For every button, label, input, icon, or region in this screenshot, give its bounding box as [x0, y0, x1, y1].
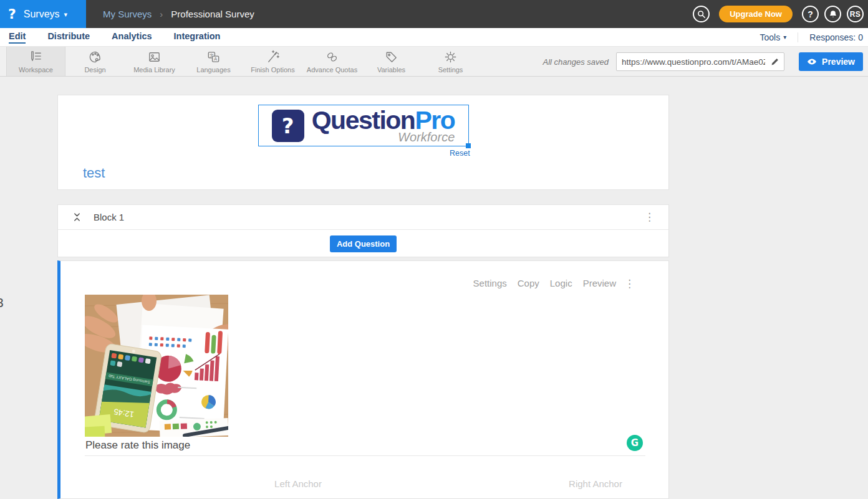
question-number: 3: [0, 295, 4, 310]
responses-count: 0: [858, 32, 863, 42]
tools-dropdown[interactable]: Tools ▾: [760, 32, 799, 42]
question-text[interactable]: Please rate this image: [85, 439, 190, 452]
pencil-icon: [771, 57, 779, 66]
question-preview-link[interactable]: Preview: [583, 278, 616, 288]
survey-title-text[interactable]: test: [83, 165, 105, 181]
media-library-icon: [147, 49, 162, 65]
tab-distribute[interactable]: Distribute: [47, 31, 90, 44]
right-anchor-field[interactable]: Right Anchor: [555, 478, 636, 489]
help-button[interactable]: ?: [802, 6, 819, 22]
tab-edit[interactable]: Edit: [9, 31, 26, 44]
question-text-underline: [85, 455, 645, 456]
breadcrumb-current-survey: Professional Survey: [171, 9, 254, 19]
upgrade-now-button[interactable]: Upgrade Now: [719, 6, 793, 22]
charts-photo: Samsung GALAXY Tab 12:45: [85, 295, 228, 437]
responses-counter[interactable]: Responses: 0: [798, 32, 863, 42]
toolbar-item-design[interactable]: Design: [65, 47, 125, 76]
navbar-actions: Upgrade Now ? RS: [693, 0, 864, 28]
collapse-vertical-icon: [73, 212, 81, 222]
survey-logo[interactable]: ? QuestionPro Workforce: [258, 105, 469, 146]
product-menu-label: Surveys: [24, 9, 60, 20]
tab-analytics[interactable]: Analytics: [112, 31, 152, 44]
help-icon: ?: [808, 9, 813, 19]
search-button[interactable]: [693, 6, 710, 22]
left-anchor-field[interactable]: Left Anchor: [258, 478, 339, 489]
section-tabs: Edit Distribute Analytics Integration: [9, 31, 220, 44]
toolbar-item-variables[interactable]: Variables: [362, 47, 421, 76]
variables-icon: [383, 49, 399, 65]
tools-label: Tools: [760, 32, 781, 42]
save-status: All changes saved: [543, 57, 609, 67]
question-logic-link[interactable]: Logic: [550, 278, 572, 288]
toolbar-item-finish-options[interactable]: Finish Options: [243, 47, 302, 76]
section-tabbar: Edit Distribute Analytics Integration To…: [0, 28, 868, 47]
product-switcher[interactable]: ? Surveys ▾: [0, 0, 86, 28]
settings-icon: [443, 49, 458, 65]
notifications-button[interactable]: [824, 6, 841, 22]
toolbar-item-languages[interactable]: 文 A Languages: [184, 47, 243, 76]
question-copy-link[interactable]: Copy: [518, 278, 539, 288]
question-menu-button[interactable]: ⋮: [624, 277, 635, 290]
breadcrumb-my-surveys[interactable]: My Surveys: [103, 9, 152, 19]
grammarly-icon[interactable]: G: [627, 435, 643, 451]
question-card: Settings Copy Logic Preview ⋮: [57, 260, 669, 499]
toolbar-right: All changes saved Preview: [543, 52, 863, 71]
breadcrumb-separator-icon: ›: [160, 9, 163, 19]
advance-quotas-icon: [324, 49, 340, 65]
survey-header-card: ? QuestionPro Workforce Reset test: [57, 95, 669, 190]
preview-button[interactable]: Preview: [799, 52, 863, 71]
survey-url-box: [616, 52, 784, 71]
tab-integration[interactable]: Integration: [174, 31, 221, 44]
collapse-block-button[interactable]: [72, 212, 82, 222]
user-avatar[interactable]: RS: [847, 6, 864, 22]
responses-label: Responses:: [809, 32, 856, 42]
questionpro-logo-icon: ?: [8, 6, 16, 22]
toolbar-item-advance-quotas[interactable]: Advance Quotas: [302, 47, 362, 76]
resize-handle[interactable]: [466, 143, 471, 148]
chevron-down-icon: ▾: [64, 11, 68, 19]
svg-text:A: A: [214, 56, 217, 62]
question-actions: Settings Copy Logic Preview: [473, 278, 616, 288]
reset-logo-link[interactable]: Reset: [450, 149, 470, 158]
block-menu-button[interactable]: ⋮: [642, 211, 657, 224]
survey-url-input[interactable]: [617, 57, 766, 67]
block-header: Block 1 ⋮: [58, 205, 668, 230]
add-question-button[interactable]: Add Question: [330, 235, 397, 252]
toolbar-item-workspace[interactable]: Workspace: [6, 47, 65, 76]
questionpro-mark-icon: ?: [272, 110, 304, 142]
finish-options-icon: [265, 49, 281, 65]
top-navbar: ? Surveys ▾ My Surveys › Professional Su…: [0, 0, 868, 28]
edit-url-button[interactable]: [766, 52, 784, 71]
question-image[interactable]: Samsung GALAXY Tab 12:45: [85, 295, 228, 437]
question-settings-link[interactable]: Settings: [473, 278, 507, 288]
search-icon: [697, 10, 706, 19]
bell-icon: [829, 10, 837, 19]
add-question-row: Add Question: [58, 230, 668, 257]
tabbar-right: Tools ▾ Responses: 0: [760, 32, 863, 42]
toolbar-item-settings[interactable]: Settings: [421, 47, 480, 76]
languages-icon: 文 A: [206, 49, 221, 65]
eye-icon: [807, 58, 817, 65]
toolbar-item-media-library[interactable]: Media Library: [125, 47, 184, 76]
chevron-down-icon: ▾: [783, 34, 786, 40]
breadcrumb: My Surveys › Professional Survey: [103, 9, 254, 19]
block-card: Block 1 ⋮ Add Question: [57, 204, 669, 257]
block-name[interactable]: Block 1: [94, 212, 124, 222]
design-icon: [87, 49, 103, 65]
workspace-icon: [28, 49, 44, 65]
questionpro-wordmark: QuestionPro Workforce: [312, 108, 455, 143]
